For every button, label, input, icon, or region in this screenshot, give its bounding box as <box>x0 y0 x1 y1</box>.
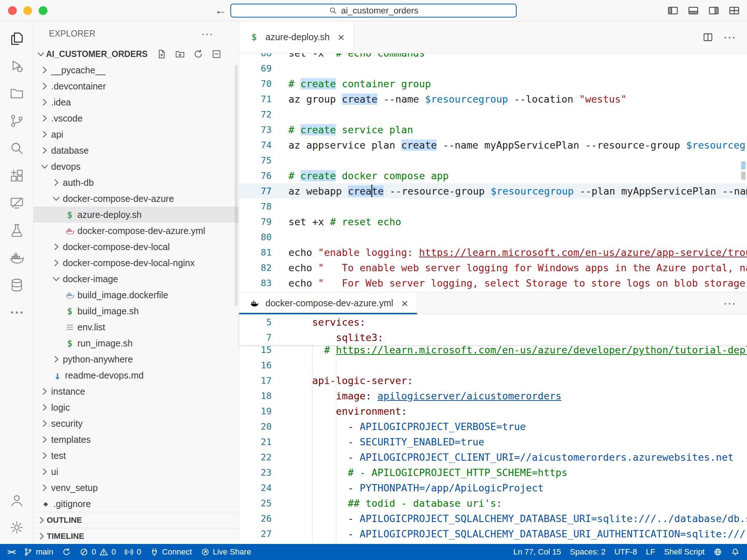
tree-item-venv-setup[interactable]: venv_setup <box>34 480 239 496</box>
zoom-window-button[interactable] <box>39 6 47 15</box>
tree-item-logic[interactable]: logic <box>34 399 239 415</box>
code-line-75[interactable]: 75 <box>239 153 747 168</box>
timeline-section[interactable]: TIMELINE <box>34 528 239 544</box>
code-line-25[interactable]: 25 ## todid - database uri's: <box>239 495 747 511</box>
status-cursor-position[interactable]: Ln 77, Col 15 <box>509 544 566 560</box>
project-root-row[interactable]: AI_CUSTOMER_ORDERS <box>34 46 239 62</box>
code-line-15[interactable]: 15 # https://learn.microsoft.com/en-us/a… <box>239 345 747 357</box>
tree-item-python-anywhere[interactable]: python-anywhere <box>34 351 239 367</box>
code-line-77[interactable]: 77az webapp create --resource-group $res… <box>239 183 747 199</box>
code-line-22[interactable]: 22 - APILOGICPROJECT_CLIENT_URI=//aicust… <box>239 449 747 465</box>
code-line-21[interactable]: 21 - SECURITY_ENABLED=true <box>239 434 747 449</box>
explorer-more-icon[interactable]: ··· <box>201 27 213 40</box>
tree-item-api[interactable]: api <box>34 126 239 142</box>
status-language-mode[interactable]: Shell Script <box>660 544 709 560</box>
tree-item-ui[interactable]: ui <box>34 464 239 480</box>
code-line-68[interactable]: 68set -x # echo commands <box>239 53 747 61</box>
tree-item-docker-compose-dev-local[interactable]: docker-compose-dev-local <box>34 239 239 255</box>
tree-item-build-image-sh[interactable]: $build_image.sh <box>34 303 239 319</box>
toggle-panel-bottom-icon[interactable] <box>687 4 700 17</box>
tree-item-readme-devops-md[interactable]: ↓readme-devops.md <box>34 367 239 383</box>
close-tab-icon[interactable]: × <box>338 31 345 43</box>
activity-database[interactable] <box>0 271 34 299</box>
status-connect[interactable]: Connect <box>146 544 196 560</box>
activity-folder[interactable] <box>0 80 34 107</box>
status-ports[interactable]: 0 <box>120 544 145 560</box>
tree-item-run-image-sh[interactable]: $run_image.sh <box>34 335 239 351</box>
code-line-17[interactable]: 17 api-logic-server: <box>239 373 747 388</box>
editor-more-icon[interactable]: ··· <box>723 30 736 44</box>
activity-extensions[interactable] <box>0 162 34 189</box>
tab-docker-compose-yml[interactable]: docker-compose-dev-azure.yml × <box>239 292 417 314</box>
status-eol[interactable]: LF <box>641 544 660 560</box>
status-problems[interactable]: 00 <box>75 544 120 560</box>
status-encoding[interactable]: UTF-8 <box>610 544 641 560</box>
minimize-window-button[interactable] <box>23 6 32 15</box>
activity-remote[interactable] <box>0 189 34 216</box>
code-line-83[interactable]: 83echo " For Web server logging, select … <box>239 275 747 291</box>
status-live-share[interactable]: Live Share <box>196 544 256 560</box>
code-line-20[interactable]: 20 - APILOGICPROJECT_VERBOSE=true <box>239 419 747 434</box>
tree-item-templates[interactable]: templates <box>34 431 239 448</box>
activity-settings[interactable] <box>0 514 34 541</box>
code-line-70[interactable]: 70# create container group <box>239 76 747 91</box>
toggle-panel-left-icon[interactable] <box>667 4 679 17</box>
collapse-all-icon[interactable] <box>211 49 222 60</box>
tree-item-idea[interactable]: .idea <box>34 94 239 110</box>
code-line-71[interactable]: 71az group create --name $resourcegroup … <box>239 91 747 107</box>
code-line-18[interactable]: 18 image: apilogicserver/aicustomerorder… <box>239 388 747 403</box>
code-line-79[interactable]: 79set +x # reset echo <box>239 214 747 229</box>
toggle-layout-icon[interactable] <box>728 4 740 17</box>
tree-item-auth-db[interactable]: auth-db <box>34 174 239 191</box>
tree-item-docker-compose-dev-azure-yml[interactable]: docker-compose-dev-azure.yml <box>34 223 239 239</box>
editor-more-icon[interactable]: ··· <box>723 296 736 310</box>
tree-item-vscode[interactable]: .vscode <box>34 110 239 126</box>
new-folder-icon[interactable] <box>175 49 185 60</box>
tree-item-build-image-dockerfile[interactable]: build_image.dockerfile <box>34 287 239 303</box>
tree-item-pycache[interactable]: __pycache__ <box>34 62 239 78</box>
activity-explorer[interactable] <box>0 25 34 52</box>
code-line-76[interactable]: 76# create docker compose app <box>239 168 747 183</box>
tree-item-docker-image[interactable]: docker-image <box>34 271 239 287</box>
code-line-27[interactable]: 27 - APILOGICPROJECT_SQLALCHEMY_DATABASE… <box>239 526 747 541</box>
tree-item-instance[interactable]: instance <box>34 383 239 399</box>
code-line-72[interactable]: 72 <box>239 107 747 122</box>
tree-item-database[interactable]: database <box>34 142 239 158</box>
status-feedback[interactable] <box>709 544 727 560</box>
code-line-73[interactable]: 73# create service plan <box>239 122 747 137</box>
code-line-26[interactable]: 26 - APILOGICPROJECT_SQLALCHEMY_DATABASE… <box>239 511 747 526</box>
status-remote[interactable]: >< <box>3 544 19 560</box>
code-line-5[interactable]: 5 services: <box>239 314 747 330</box>
tree-item-azure-deploy-sh[interactable]: $azure-deploy.sh <box>34 207 239 223</box>
tree-item-env-list[interactable]: env.list <box>34 319 239 335</box>
code-line-69[interactable]: 69 <box>239 61 747 76</box>
code-line-23[interactable]: 23 # - APILOGICPROJECT_HTTP_SCHEME=https <box>239 465 747 480</box>
status-sync[interactable] <box>58 544 75 560</box>
outline-section[interactable]: OUTLINE <box>34 512 239 528</box>
close-window-button[interactable] <box>8 6 17 15</box>
code-line-16[interactable]: 16 <box>239 357 747 373</box>
command-center-search[interactable]: ai_customer_orders <box>230 4 517 18</box>
activity-more[interactable] <box>0 299 34 326</box>
activity-source-control[interactable] <box>0 107 34 134</box>
status-notifications[interactable] <box>727 544 744 560</box>
tree-item-test[interactable]: test <box>34 448 239 464</box>
tree-item-docker-compose-dev-azure[interactable]: docker-compose-dev-azure <box>34 191 239 207</box>
status-branch[interactable]: main <box>19 544 58 560</box>
toggle-panel-right-icon[interactable] <box>708 4 720 17</box>
new-file-icon[interactable] <box>156 49 167 60</box>
sidebar-scrollbar[interactable] <box>235 65 238 306</box>
tree-item-devops[interactable]: devops <box>34 158 239 174</box>
code-line-19[interactable]: 19 environment: <box>239 403 747 419</box>
code-line-78[interactable]: 78 <box>239 199 747 214</box>
code-line-7[interactable]: 7 sqlite3: <box>239 330 747 345</box>
tree-item-devcontainer[interactable]: .devcontainer <box>34 78 239 94</box>
code-line-80[interactable]: 80 <box>239 229 747 245</box>
activity-search[interactable] <box>0 134 34 162</box>
code-line-81[interactable]: 81echo "enable logging: https://learn.mi… <box>239 245 747 260</box>
activity-run-debug[interactable] <box>0 52 34 80</box>
tab-azure-deploy-sh[interactable]: $ azure-deploy.sh × <box>239 21 354 53</box>
code-line-74[interactable]: 74az appservice plan create --name myApp… <box>239 137 747 153</box>
code-line-24[interactable]: 24 - PYTHONPATH=/app/ApiLogicProject <box>239 480 747 495</box>
split-editor-icon[interactable] <box>702 31 714 43</box>
